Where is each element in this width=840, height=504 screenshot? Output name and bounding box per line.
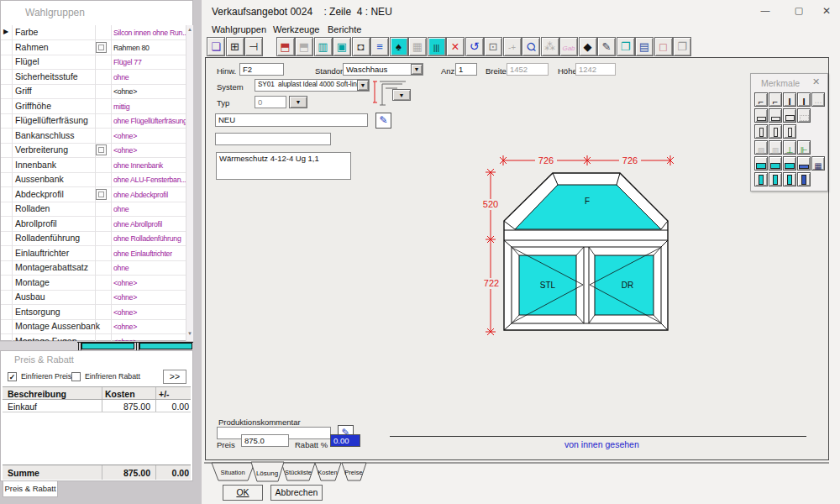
typ-dropdown-icon[interactable]: ▼ [289,96,307,108]
expand-button[interactable]: >> [163,370,186,384]
wahlgruppen-row[interactable]: Sicherheitsstufeohne [1,70,186,85]
merkmal-hrect-icon[interactable] [754,108,768,123]
standort-dropdown-icon[interactable]: ▼ [411,64,423,75]
merkmal-greyd-icon[interactable]: ▨ [754,140,768,155]
menu-werkzeuge[interactable]: Werkzeuge [273,24,319,34]
scroll-up-icon[interactable]: ▲ [187,27,192,32]
system-select[interactable]: SY01 aluplast Ideal 4000 Soft-line [255,79,370,92]
grid-window-icon[interactable]: ⊞ [226,37,244,56]
menu-wahlgruppen[interactable]: Wahlgruppen [212,24,266,34]
merkmal-hrect-icon[interactable] [769,108,782,123]
option-icon[interactable] [96,189,107,200]
extra-input[interactable] [215,133,331,145]
wahlgruppen-row[interactable]: Ausbau<ohne> [1,290,186,305]
edit-pen-icon[interactable]: ✎ [597,37,616,56]
merkmal-cvbar-icon[interactable] [754,172,768,186]
minimize-button[interactable]: — [756,5,774,15]
merkmal-vrect-icon[interactable] [783,124,796,139]
option-icon[interactable] [96,42,107,53]
wahlgruppen-scrollbar[interactable]: ▲ ▼ [186,25,193,341]
option-icon[interactable] [96,144,107,155]
zoom-icon[interactable]: Ϙ [522,37,540,56]
wahlgruppen-row[interactable]: Aussenbankohne ALU-Fensterban... [1,172,186,187]
merkmal-greyd2-icon[interactable]: ▥ [769,140,782,155]
preis-rabatt-tab[interactable]: Preis & Rabatt [3,481,58,497]
merkmal-chbar-icon[interactable] [754,156,768,171]
merkmal-hrect2-icon[interactable] [783,108,796,123]
anz-input[interactable]: 1 [455,63,477,76]
edit-text-icon[interactable]: ✎ [375,113,391,129]
muntin-icon[interactable]: ♠ [390,37,408,56]
merkmal-cvbar-icon[interactable] [783,172,796,186]
wahlgruppen-row[interactable]: Innenbankohne Innenbank [1,158,186,173]
wahlgruppen-row[interactable]: Montage Fugen<ohne> [1,334,186,342]
frame-copy-icon[interactable]: ⬒ [295,37,313,56]
preis-input[interactable]: 875.0 [241,434,289,447]
merkmal-cbbar-icon[interactable] [797,156,811,171]
glass-icon[interactable]: ▣ [333,37,351,56]
wahlgruppen-row[interactable]: Griff<ohne> [1,84,186,99]
wahlgruppen-row[interactable]: RahmenRahmen 80 [1,40,186,55]
glass-note-textarea[interactable]: Wärmeschutz 4-12-4 Ug 1,1 [216,152,351,180]
restore-window-icon[interactable]: ⊡ [484,37,502,56]
gab-icon[interactable]: Gab [559,37,578,56]
merkmal-chbar-icon[interactable] [769,156,782,171]
price-row-einkauf[interactable]: Einkauf 875.00 0.00 [3,400,191,412]
spray-icon[interactable]: ⁂ [541,37,559,56]
wahlgruppen-row[interactable]: Verbreiterung<ohne> [1,143,186,158]
close-button[interactable]: ✕ [817,5,836,17]
wahlgruppen-row[interactable]: Flügellüfterfräsungohne Flügellüfterfräs… [1,113,186,129]
profile-dropdown-icon[interactable]: ▼ [392,89,411,101]
system-dropdown-icon[interactable]: ▼ [357,80,369,91]
merkmal-handle-icon[interactable]: ⌐ [769,92,782,107]
wahlgruppen-row[interactable]: Abrollprofilohne Abrollprofil [1,217,186,232]
ok-button[interactable]: OK [223,485,263,501]
einfrieren-rabatt-checkbox[interactable] [71,372,81,381]
frame-edit-icon[interactable]: ⬒ [276,37,295,56]
undo-icon[interactable]: ↺ [465,37,484,56]
color-mode-icon[interactable]: ◆ [579,37,597,56]
merkmal-dots-icon[interactable]: ⋯ [811,92,825,107]
typ-input[interactable]: 0 [255,96,286,108]
wahlgruppen-row[interactable]: FlügelFlügel 77 [1,55,186,70]
wahlgruppen-row[interactable]: Abdeckprofilohne Abdeckprofil [1,187,186,202]
wahlgruppen-row[interactable]: Einlauftrichterohne Einlauftrichter [1,246,186,261]
wahlgruppen-row[interactable]: Rolladenohne [1,202,186,217]
merkmal-chbar-icon[interactable] [783,156,796,171]
profile-section-icon[interactable]: ⊣ [244,37,263,56]
merkmal-ibar-icon[interactable]: Ι [783,92,796,107]
wahlgruppen-row[interactable]: ▶FarbeSilcon innen ohne Run... [1,25,186,40]
merkmal-vrect-icon[interactable] [769,124,782,139]
position-name-input[interactable]: NEU [215,113,368,127]
wahlgruppen-row[interactable]: Bankanschluss<ohne> [1,129,186,144]
scroll-down-icon[interactable]: ▼ [187,331,192,336]
move-disabled-icon[interactable]: -+ [503,37,522,56]
hinw-input[interactable]: F2 [239,63,284,76]
delete-icon[interactable]: × [446,37,465,56]
options-list-icon[interactable]: ≡ [370,37,389,56]
merkmal-grid-icon[interactable]: ▦ [811,156,825,171]
merkmal-vrect-icon[interactable] [754,124,768,139]
cancel-button[interactable]: Abbrechen [270,485,323,501]
frame-dashed-icon[interactable]: ◻ [654,37,673,56]
document-icon[interactable]: ❐ [673,37,691,56]
bars-icon[interactable]: ||| [428,37,446,56]
merkmal-green2-icon[interactable]: ⊩ [797,140,811,155]
report-icon[interactable]: ▤ [635,37,654,56]
merkmal-cvbar-icon[interactable] [769,172,782,186]
merkmal-handle-icon[interactable]: ⌐ [754,92,768,107]
maximize-button[interactable]: ▢ [790,5,808,16]
merkmal-ibar-icon[interactable]: Ι [797,92,811,107]
glass-bars-icon[interactable]: ▥ [314,37,333,56]
merkmal-bvbar-icon[interactable] [797,172,811,186]
merkmal-green1-icon[interactable]: ⊥ [783,140,796,155]
copy-window-icon[interactable]: ❐ [617,37,635,56]
grid-disabled-icon[interactable]: ▦ [408,37,427,56]
handle-icon[interactable]: ◘ [352,37,370,56]
wahlgruppen-row[interactable]: Entsorgung<ohne> [1,305,186,320]
wahlgruppen-row[interactable]: Montagerabattsatzohne [1,260,186,276]
wahlgruppen-row[interactable]: Rolladenführungohne Rolladenführung [1,231,186,246]
wahlgruppen-row[interactable]: Griffhöhemittig [1,99,186,114]
new-position-icon[interactable]: ❏ [207,37,225,56]
einfrieren-preis-checkbox[interactable]: ✓ [8,372,17,381]
